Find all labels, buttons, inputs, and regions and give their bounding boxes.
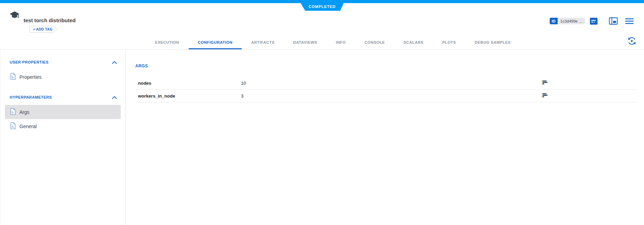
sidebar-item-properties[interactable]: Properties: [5, 70, 121, 84]
spacer: [0, 84, 125, 94]
section-title: USER PROPERTIES: [10, 60, 49, 64]
auto-refresh-button[interactable]: [627, 37, 636, 46]
status-badge-label: COMPLETED: [309, 5, 336, 9]
id-badge: ID: [550, 18, 558, 24]
spacer: [0, 101, 125, 105]
tab-plots[interactable]: PLOTS: [433, 40, 465, 49]
add-tag-label: + ADD TAG: [33, 27, 53, 31]
sidebar-item-general[interactable]: General: [5, 119, 121, 133]
tab-scalars[interactable]: SCALARS: [394, 40, 433, 49]
param-actions-button[interactable]: [542, 93, 635, 99]
param-actions-button[interactable]: [542, 80, 635, 86]
experiment-type-cap-icon: [9, 11, 20, 21]
tab-console[interactable]: CONSOLE: [355, 40, 394, 49]
spacer: [0, 66, 125, 70]
sidebar-item-label: Args: [19, 109, 29, 115]
param-value: 3: [241, 93, 542, 99]
document-icon: [10, 122, 16, 131]
document-icon: [10, 73, 16, 81]
experiment-id[interactable]: ID 1c3d499e ...: [550, 18, 585, 24]
info-panel-toggle-button[interactable]: [609, 18, 618, 25]
status-badge: COMPLETED: [301, 3, 344, 11]
bars-icon: [542, 80, 549, 86]
param-name: workers_in_node: [138, 93, 241, 99]
sidebar-item-label: General: [19, 124, 37, 129]
tab-bar: EXECUTION CONFIGURATION ARTIFACTS DATAVI…: [146, 40, 520, 49]
chevron-up-icon: [112, 59, 117, 65]
details-toggle-button[interactable]: [589, 18, 598, 25]
menu-button[interactable]: [625, 18, 634, 25]
add-tag-button[interactable]: + ADD TAG: [29, 26, 53, 33]
document-icon: [10, 108, 16, 116]
top-accent-bar: [0, 0, 644, 3]
sidebar-section-user-properties[interactable]: USER PROPERTIES: [0, 59, 125, 66]
section-title: HYPERPARAMETERS: [10, 95, 52, 99]
details-icon: [590, 18, 598, 26]
tab-debug-samples[interactable]: DEBUG SAMPLES: [465, 40, 520, 49]
sidebar-item-label: Properties: [19, 74, 42, 80]
auto-refresh-icon: [627, 36, 636, 47]
experiment-title: test torch distributed: [24, 17, 76, 23]
parameters-table: nodes 10 workers_in_node 3: [135, 77, 635, 102]
sidebar-item-args[interactable]: Args: [5, 105, 121, 119]
sidebar-section-hyperparameters[interactable]: HYPERPARAMETERS: [0, 94, 125, 101]
bars-icon: [542, 93, 549, 99]
tab-configuration[interactable]: CONFIGURATION: [189, 40, 242, 49]
param-name: nodes: [138, 81, 241, 86]
tab-info[interactable]: INFO: [327, 40, 355, 49]
param-row-nodes: nodes 10: [135, 77, 635, 90]
tab-execution[interactable]: EXECUTION: [146, 40, 189, 49]
param-row-workers-in-node: workers_in_node 3: [135, 90, 635, 102]
side-panel-icon: [609, 17, 618, 26]
param-value: 10: [241, 81, 542, 86]
args-panel: ARGS nodes 10 wo: [126, 50, 644, 225]
chevron-up-icon: [112, 94, 117, 100]
tab-dataviews[interactable]: DATAVIEWS: [284, 40, 327, 49]
id-value: 1c3d499e ...: [558, 18, 585, 24]
configuration-sidebar: USER PROPERTIES Properties HYPERPARAMETE…: [0, 50, 126, 225]
args-section-title: ARGS: [135, 64, 635, 68]
hamburger-icon: [625, 18, 634, 25]
tab-artifacts[interactable]: ARTIFACTS: [242, 40, 284, 49]
